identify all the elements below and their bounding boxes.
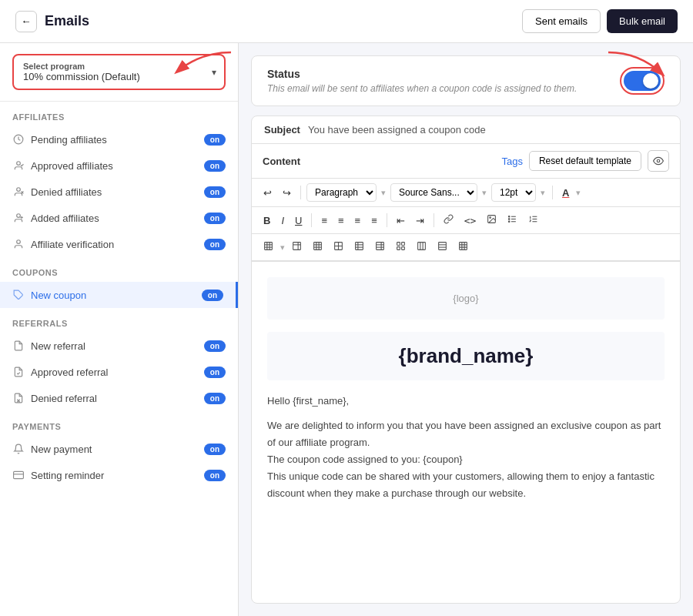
user-x-icon	[12, 186, 25, 198]
align-center-button[interactable]: ≡	[334, 213, 348, 229]
toolbar-top: Content Tags Reset default template	[252, 144, 680, 179]
preview-button[interactable]	[648, 150, 669, 172]
align-right-button[interactable]: ≡	[351, 213, 365, 229]
image-button[interactable]	[483, 212, 500, 229]
referrals-section-header: REFERRALS	[0, 308, 238, 333]
email-preview: {logo} {brand_name} Hello {first_name}, …	[252, 262, 680, 518]
svg-rect-52	[397, 247, 400, 250]
svg-rect-53	[402, 247, 405, 250]
tag-icon	[12, 289, 25, 301]
table-icon	[263, 241, 273, 251]
redo-button[interactable]: ↪	[279, 185, 295, 201]
approved-referral-label: Approved referral	[31, 367, 108, 378]
toolbar-divider-5	[434, 213, 434, 227]
link-button[interactable]	[440, 212, 457, 229]
table-op-8[interactable]	[434, 239, 451, 256]
table-op-5[interactable]	[371, 239, 389, 256]
sidebar-item-new-payment[interactable]: New payment on	[0, 436, 238, 462]
svg-point-22	[509, 221, 511, 223]
approved-referral-badge: on	[204, 367, 226, 378]
toolbar-row-3: ▾	[252, 234, 680, 261]
approved-affiliates-label: Approved affiliates	[31, 160, 113, 172]
svg-rect-54	[418, 243, 426, 250]
link-icon	[444, 214, 454, 224]
font-select[interactable]: Source Sans... Arial	[390, 183, 477, 202]
sent-emails-button[interactable]: Sent emails	[522, 9, 601, 33]
toolbar-divider-1	[300, 186, 301, 199]
svg-rect-12	[14, 471, 24, 478]
sidebar-item-pending-affiliates[interactable]: Pending affiliates on	[0, 126, 238, 152]
pending-affiliates-label: Pending affiliates	[31, 134, 107, 146]
undo-button[interactable]: ↩	[259, 185, 276, 201]
code-button[interactable]: <>	[460, 213, 480, 229]
font-color-button[interactable]: A	[558, 185, 573, 201]
user-shield-icon	[12, 238, 25, 250]
user-check-icon	[12, 159, 25, 172]
image-icon	[487, 214, 497, 224]
svg-point-1	[17, 162, 21, 166]
svg-rect-57	[439, 243, 447, 250]
email-logo-area: {logo}	[267, 277, 665, 320]
svg-point-5	[17, 214, 21, 218]
list-ul-button[interactable]	[504, 212, 521, 229]
sidebar-item-denied-affiliates[interactable]: Denied affiliates on	[0, 179, 238, 205]
editor-toolbar: Content Tags Reset default template ↩ ↪	[252, 144, 680, 262]
svg-point-21	[509, 219, 511, 220]
bulk-email-button[interactable]: Bulk email	[607, 9, 678, 33]
toolbar-divider-3	[311, 213, 312, 227]
paragraph-select[interactable]: Paragraph Heading 1 Heading 2	[306, 183, 377, 202]
reset-template-button[interactable]: Reset default template	[529, 151, 641, 171]
sidebar-item-new-coupon[interactable]: New coupon on	[0, 282, 238, 308]
table-op-2[interactable]	[309, 239, 326, 256]
sidebar-item-new-referral[interactable]: New referral on	[0, 333, 238, 359]
underline-button[interactable]: U	[291, 213, 306, 229]
svg-rect-26	[265, 243, 273, 250]
table-op-1[interactable]	[288, 239, 306, 256]
approved-affiliates-badge: on	[204, 160, 226, 172]
table-op-4[interactable]	[350, 239, 368, 256]
email-body: We are delighted to inform you that you …	[267, 417, 665, 502]
sidebar-item-affiliate-verification[interactable]: Affiliate verification on	[0, 231, 238, 257]
subject-label: Subject	[264, 124, 300, 136]
denied-referral-badge: on	[204, 393, 226, 404]
status-info: Status This email will be sent to affili…	[267, 68, 577, 94]
indent-in-button[interactable]: ⇥	[412, 213, 428, 229]
indent-out-button[interactable]: ⇤	[393, 213, 409, 229]
table-button[interactable]	[259, 239, 277, 256]
size-select[interactable]: 12pt 14pt 16pt	[491, 183, 536, 202]
affiliates-section-header: AFFILIATES	[0, 102, 238, 126]
sidebar-item-added-affiliates[interactable]: Added affiliates on	[0, 205, 238, 231]
back-button[interactable]: ←	[15, 11, 37, 32]
list-ol-button[interactable]	[524, 212, 542, 229]
status-description: This email will be sent to affiliates wh…	[267, 83, 577, 94]
table-op-3[interactable]	[330, 239, 347, 256]
table-op-7[interactable]	[413, 239, 430, 256]
sidebar-item-approved-affiliates[interactable]: Approved affiliates on	[0, 152, 238, 179]
sidebar-item-setting-reminder[interactable]: Setting reminder on	[0, 462, 238, 488]
italic-button[interactable]: I	[277, 213, 288, 229]
tags-link[interactable]: Tags	[501, 156, 522, 167]
list-ul-icon	[507, 214, 517, 224]
denied-affiliates-badge: on	[204, 186, 226, 198]
eye-icon	[653, 156, 664, 166]
svg-rect-51	[402, 243, 405, 246]
table-op-9[interactable]	[454, 239, 472, 256]
clock-icon	[12, 133, 25, 146]
table-op-6[interactable]	[392, 239, 410, 256]
sidebar-item-denied-referral[interactable]: Denied referral on	[0, 385, 238, 411]
coupons-section-header: COUPONS	[0, 257, 238, 282]
align-left-button[interactable]: ≡	[317, 213, 331, 229]
file-x-icon	[12, 392, 25, 404]
sidebar-item-approved-referral[interactable]: Approved referral on	[0, 359, 238, 385]
new-payment-label: New payment	[31, 444, 92, 455]
bold-button[interactable]: B	[259, 213, 274, 229]
status-label: Status	[267, 68, 577, 80]
editor-body[interactable]: {logo} {brand_name} Hello {first_name}, …	[252, 262, 680, 603]
editor-card: Subject You have been assigned a coupon …	[251, 116, 681, 604]
affiliate-verification-label: Affiliate verification	[31, 239, 114, 250]
user-plus-icon	[12, 212, 25, 224]
align-justify-button[interactable]: ≡	[367, 213, 381, 229]
setting-reminder-label: Setting reminder	[31, 470, 104, 481]
svg-point-2	[17, 188, 21, 192]
svg-rect-31	[293, 243, 301, 250]
